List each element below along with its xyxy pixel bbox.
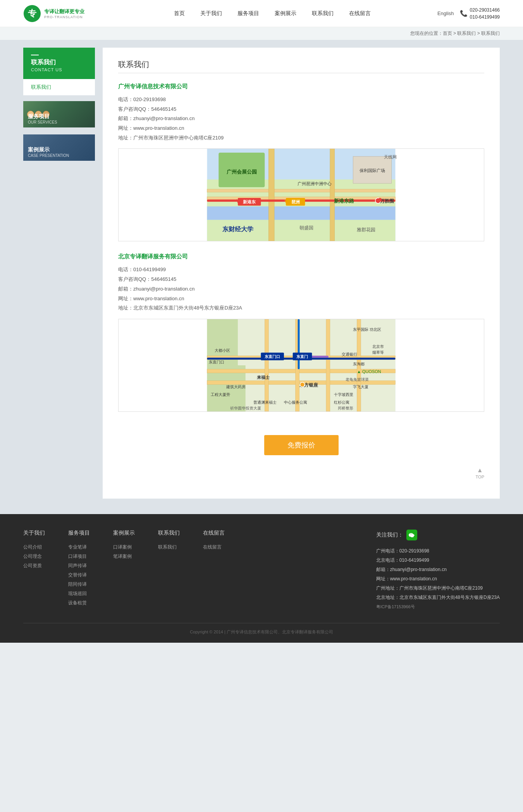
main-wrapper: 联系我们 CONTACT US 联系我们 服务项目 OUR SERVICES	[0, 40, 523, 514]
footer-contact-link-0[interactable]: 联系我们	[158, 542, 180, 552]
sidebar-services-item[interactable]: 服务项目 OUR SERVICES	[23, 101, 95, 127]
svg-text:东直门口: 东直门口	[209, 360, 225, 364]
lang-switch[interactable]: English	[437, 10, 454, 16]
footer-cases: 案例展示 口译案例 笔译案例	[113, 530, 135, 611]
footer-services: 服务项目 专业笔译 口译项目 同声传译 交替传译 陪同传译 现场巡回 设备租赁	[68, 530, 90, 611]
svg-text:广州琶洲中洲中心: 广州琶洲中洲中心	[298, 182, 332, 186]
svg-text:工程大厦旁: 工程大厦旁	[211, 392, 230, 397]
svg-text:北京市: 北京市	[372, 344, 384, 349]
svg-text:Ⅵ: Ⅵ	[284, 199, 289, 204]
svg-rect-38	[326, 319, 330, 411]
svg-text:东淘都: 东淘都	[353, 362, 365, 366]
logo[interactable]: 专 专译让翻译更专业 PRO-TRANSLATION	[23, 5, 84, 22]
company1-address: 地址：广州市海珠区琶洲中洲中心南塔C座2109	[118, 133, 484, 143]
footer-about-link-0[interactable]: 公司介绍	[23, 542, 45, 552]
footer-bottom: Copyright © 2014 | 广州专译信息技术有限公司、北京专译翻译服务…	[23, 623, 500, 635]
svg-text:中心服务公寓: 中心服务公寓	[284, 400, 307, 404]
footer-cases-link-1[interactable]: 笔译案例	[113, 552, 135, 561]
company2-qq: 客户咨询QQ：546465145	[118, 275, 484, 284]
footer-follow: 关注我们： 广州电话：020-29193698 北京电话：010-6419949…	[376, 530, 500, 611]
footer-message-title: 在线留言	[203, 530, 225, 537]
svg-text:广州会展公园: 广州会展公园	[226, 169, 257, 175]
svg-text:字飞大厦: 字飞大厦	[353, 385, 368, 389]
breadcrumb: 您现在的位置：首页 > 联系我们 > 联系我们	[0, 27, 523, 40]
footer-about-title: 关于我们	[23, 530, 45, 537]
svg-rect-6	[207, 189, 396, 193]
svg-text:新港东路: 新港东路	[334, 198, 354, 204]
phone-icon: 📞	[460, 10, 468, 17]
footer-services-link-0[interactable]: 专业笔译	[68, 542, 90, 552]
svg-text:来福士: 来福士	[256, 375, 270, 380]
svg-text:东财经大学: 东财经大学	[222, 226, 253, 233]
top-area: ▲ TOP	[118, 463, 484, 483]
map-guangzhou: 广州会展公园 保利国际广场 天线网 广州琶洲中洲中心 新港东 Ⅵ 琶	[118, 148, 484, 241]
footer: 关于我们 公司介绍 公司理念 公司资质 服务项目 专业笔译 口译项目 同声传译 …	[0, 514, 523, 643]
quote-area: 免费报价	[118, 423, 484, 463]
svg-text:琶洲: 琶洲	[291, 200, 300, 204]
svg-rect-41	[298, 319, 300, 369]
sidebar-cases-label: 案例展示 CASE PRESENTATION	[28, 146, 69, 158]
company2-name: 北京专译翻译服务有限公司	[118, 253, 484, 260]
page-title: 联系我们	[118, 59, 484, 70]
footer-message: 在线留言 在线留言	[203, 530, 225, 611]
svg-text:东直门口: 东直门口	[265, 354, 280, 359]
sidebar-cases-item[interactable]: 案例展示 CASE PRESENTATION	[23, 134, 95, 161]
footer-services-link-2[interactable]: 同声传译	[68, 561, 90, 570]
svg-rect-8	[330, 149, 335, 241]
footer-services-link-6[interactable]: 设备租赁	[68, 598, 90, 607]
nav-home[interactable]: 首页	[174, 10, 185, 17]
title-divider	[118, 73, 484, 73]
footer-services-link-4[interactable]: 陪同传译	[68, 580, 90, 589]
svg-text:Ⅵ: Ⅵ	[236, 199, 241, 204]
logo-text-en: PRO-TRANSLATION	[44, 15, 84, 19]
svg-text:▲ QUOSON: ▲ QUOSON	[357, 369, 381, 374]
footer-contact-info: 广州电话：020-29193698 北京电话：010-64199499 邮箱：z…	[376, 546, 500, 611]
svg-text:普通渊来福士: 普通渊来福士	[253, 400, 277, 404]
svg-rect-7	[268, 149, 274, 241]
content-area: 联系我们 广州专译信息技术有限公司 电话：020-29193698 客户咨询QQ…	[103, 48, 500, 499]
svg-text:祈华圆华投资大厦: 祈华圆华投资大厦	[230, 406, 261, 410]
footer-about-link-1[interactable]: 公司理念	[23, 552, 45, 561]
footer-cases-link-0[interactable]: 口译案例	[113, 542, 135, 552]
footer-services-title: 服务项目	[68, 530, 90, 537]
sidebar-contact-link[interactable]: 联系我们	[31, 84, 51, 90]
footer-contact-title: 联系我们	[158, 530, 180, 537]
svg-text:邦桥整形: 邦桥整形	[338, 406, 353, 410]
footer-services-link-3[interactable]: 交替传译	[68, 570, 90, 580]
company2-email: 邮箱：zhuanyi@pro-translation.cn	[118, 284, 484, 294]
nav-about[interactable]: 关于我们	[200, 10, 222, 17]
svg-text:雅郡花园: 雅郡花园	[357, 227, 375, 233]
svg-point-28	[378, 198, 382, 202]
nav-contact[interactable]: 联系我们	[312, 10, 334, 17]
company1-qq: 客户咨询QQ：546465145	[118, 105, 484, 114]
quote-button[interactable]: 免费报价	[264, 435, 339, 455]
svg-rect-36	[265, 319, 268, 411]
svg-text:交通银行: 交通银行	[342, 352, 357, 356]
nav-cases[interactable]: 案例展示	[275, 10, 296, 17]
footer-services-link-1[interactable]: 口译项目	[68, 552, 90, 561]
phone-numbers: 020-29031466 010-64199499	[470, 7, 500, 21]
company1-name: 广州专译信息技术有限公司	[118, 83, 484, 90]
sidebar-services-label: 服务项目 OUR SERVICES	[28, 113, 57, 124]
svg-text:红杉公寓: 红杉公寓	[334, 400, 349, 404]
company2-phone: 电话：010-64199499	[118, 265, 484, 275]
company1-website: 网址：www.pro-translation.cn	[118, 124, 484, 133]
company2-website: 网址：www.pro-translation.cn	[118, 294, 484, 304]
footer-message-link-0[interactable]: 在线留言	[203, 542, 225, 552]
svg-text:新港东: 新港东	[243, 200, 256, 204]
svg-text:大都小区: 大都小区	[215, 348, 230, 353]
footer-about-link-2[interactable]: 公司资质	[23, 561, 45, 570]
nav-message[interactable]: 在线留言	[349, 10, 371, 17]
top-label: TOP	[476, 475, 484, 479]
top-arrow-icon: ▲	[477, 467, 483, 474]
svg-text:天线网: 天线网	[384, 155, 397, 159]
sidebar: 联系我们 CONTACT US 联系我们 服务项目 OUR SERVICES	[23, 48, 95, 499]
nav-services[interactable]: 服务项目	[237, 10, 259, 17]
copyright-text: Copyright © 2014 | 广州专译信息技术有限公司、北京专译翻译服务…	[190, 630, 333, 634]
top-button[interactable]: ▲ TOP	[476, 467, 484, 479]
map-beijing: 东直门口 东直门 大都小区 东直门口 来福士 东方银座 交通银行 东淘都 普通渊…	[118, 319, 484, 412]
footer-services-link-5[interactable]: 现场巡回	[68, 589, 90, 598]
svg-text:专: 专	[28, 9, 37, 18]
header-right: English 📞 020-29031466 010-64199499	[437, 7, 500, 21]
footer-contact: 联系我们 联系我们	[158, 530, 180, 611]
